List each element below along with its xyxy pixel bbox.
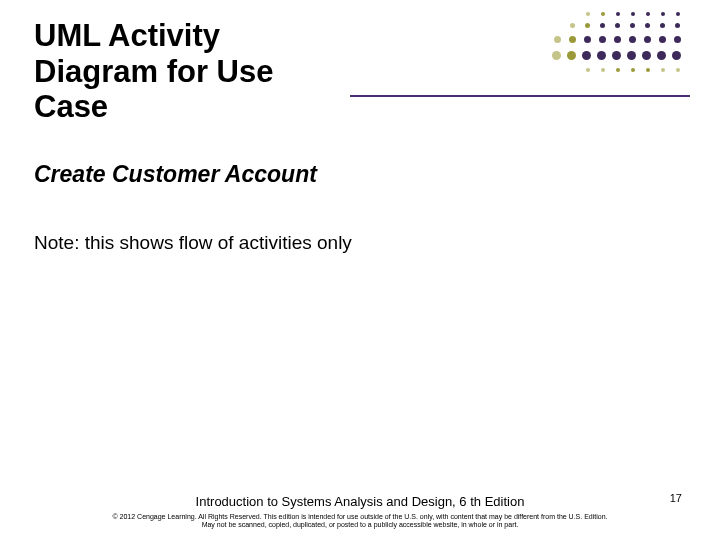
slide-subtitle: Create Customer Account (34, 161, 364, 189)
copyright-text: © 2012 Cengage Learning. All Rights Rese… (80, 513, 640, 531)
slide-note: Note: this shows flow of activities only (34, 231, 364, 255)
decorative-dots (540, 10, 690, 100)
slide-title: UML Activity Diagram for Use Case (34, 18, 284, 125)
header-divider (350, 95, 690, 97)
book-title: Introduction to Systems Analysis and Des… (0, 494, 720, 509)
footer: Introduction to Systems Analysis and Des… (0, 494, 720, 531)
